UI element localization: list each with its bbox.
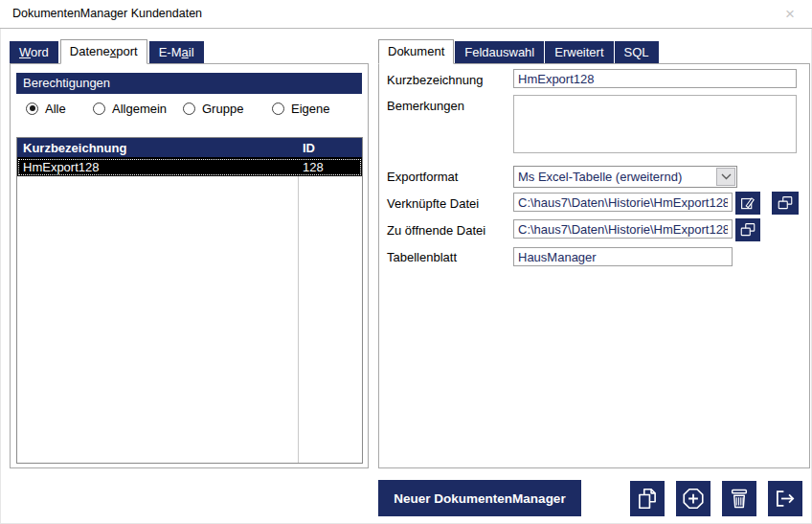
- window-title: DokumentenManager Kundendaten: [12, 7, 202, 20]
- add-button[interactable]: [676, 481, 710, 516]
- radio-gruppe[interactable]: Gruppe: [183, 101, 243, 116]
- chevron-down-icon[interactable]: [716, 168, 735, 186]
- edit-pencil-icon: [739, 194, 756, 212]
- browse-linked-file-button[interactable]: [772, 192, 799, 215]
- exit-button[interactable]: [768, 481, 802, 516]
- tab-feldauswahl[interactable]: Feldauswahl: [455, 41, 544, 63]
- radio-alle[interactable]: Alle: [26, 101, 66, 116]
- exportformat-value: Ms Excel-Tabelle (erweiternd): [514, 167, 715, 187]
- permissions-header: Berechtigungen: [16, 73, 362, 94]
- table-row[interactable]: HmExport128 128: [17, 158, 362, 176]
- copy-icon: [635, 486, 660, 512]
- column-id[interactable]: ID: [299, 138, 362, 157]
- column-kurzbezeichnung[interactable]: Kurzbezeichnung: [17, 138, 299, 157]
- list-empty-area[interactable]: [17, 176, 362, 463]
- row-id: 128: [299, 158, 362, 176]
- radio-eigene-circle: [272, 103, 284, 115]
- radio-eigene[interactable]: Eigene: [272, 101, 329, 116]
- title-divider: [0, 28, 812, 29]
- radio-gruppe-label: Gruppe: [202, 102, 243, 116]
- bemerkungen-label: Bemerkungen: [387, 99, 464, 113]
- close-icon[interactable]: ×: [779, 4, 801, 25]
- right-tab-strip: Dokument Feldauswahl Erweitert SQL: [378, 39, 660, 63]
- exportformat-label: Exportformat: [387, 170, 458, 184]
- verknuepfte-datei-label: Verknüpfte Datei: [387, 196, 479, 211]
- tab-sql[interactable]: SQL: [615, 41, 659, 63]
- dokumentenmanager-dialog: { "window": { "title": "DokumentenManage…: [0, 0, 812, 524]
- browse-open-file-button[interactable]: [735, 218, 760, 241]
- radio-allgemein-label: Allgemein: [112, 102, 167, 116]
- radio-allgemein-circle: [93, 103, 105, 115]
- kurzbezeichnung-label: Kurzbezeichnung: [387, 73, 483, 87]
- tabellenblatt-input[interactable]: [513, 247, 733, 266]
- dokument-panel: Kurzbezeichnung Bemerkungen Exportformat…: [378, 63, 810, 468]
- radio-gruppe-circle: [183, 103, 195, 115]
- zu-oeffnende-datei-label: Zu öffnende Datei: [387, 223, 485, 238]
- delete-button[interactable]: [722, 481, 756, 516]
- tab-email[interactable]: E-Mail: [149, 41, 204, 63]
- trash-icon: [727, 486, 752, 512]
- radio-allgemein[interactable]: Allgemein: [93, 101, 167, 116]
- exit-arrow-icon: [773, 486, 798, 512]
- row-kurzbezeichnung: HmExport128: [17, 158, 299, 176]
- tab-dokument[interactable]: Dokument: [378, 39, 454, 64]
- folder-icon: [739, 222, 756, 238]
- exportformat-dropdown[interactable]: Ms Excel-Tabelle (erweiternd): [513, 166, 737, 188]
- tab-word[interactable]: Word: [10, 41, 58, 63]
- export-list: Kurzbezeichnung ID HmExport128 128: [16, 137, 363, 464]
- bemerkungen-textarea[interactable]: [513, 95, 797, 153]
- title-bar: DokumentenManager Kundendaten ×: [0, 0, 812, 28]
- datenexport-panel: Berechtigungen Alle Allgemein Gruppe Eig…: [10, 63, 369, 468]
- radio-eigene-label: Eigene: [291, 102, 329, 116]
- folder-icon: [777, 195, 794, 211]
- add-icon: [681, 486, 706, 512]
- zu-oeffnende-datei-input[interactable]: [513, 219, 733, 239]
- radio-alle-circle: [26, 103, 38, 115]
- tabellenblatt-label: Tabellenblatt: [387, 250, 457, 264]
- left-tab-strip: Word Datenexport E-Mail: [10, 39, 206, 63]
- column-divider: [298, 176, 299, 463]
- verknuepfte-datei-input[interactable]: [513, 193, 733, 212]
- copy-button[interactable]: [630, 481, 665, 516]
- radio-alle-label: Alle: [45, 102, 66, 116]
- tab-datenexport[interactable]: Datenexport: [60, 39, 147, 64]
- edit-file-button[interactable]: [735, 192, 760, 215]
- kurzbezeichnung-input[interactable]: [513, 69, 797, 88]
- tab-erweitert[interactable]: Erweitert: [545, 41, 613, 63]
- list-header[interactable]: Kurzbezeichnung ID: [17, 138, 362, 158]
- new-dokumentenmanager-button[interactable]: Neuer DokumentenManager: [378, 480, 581, 516]
